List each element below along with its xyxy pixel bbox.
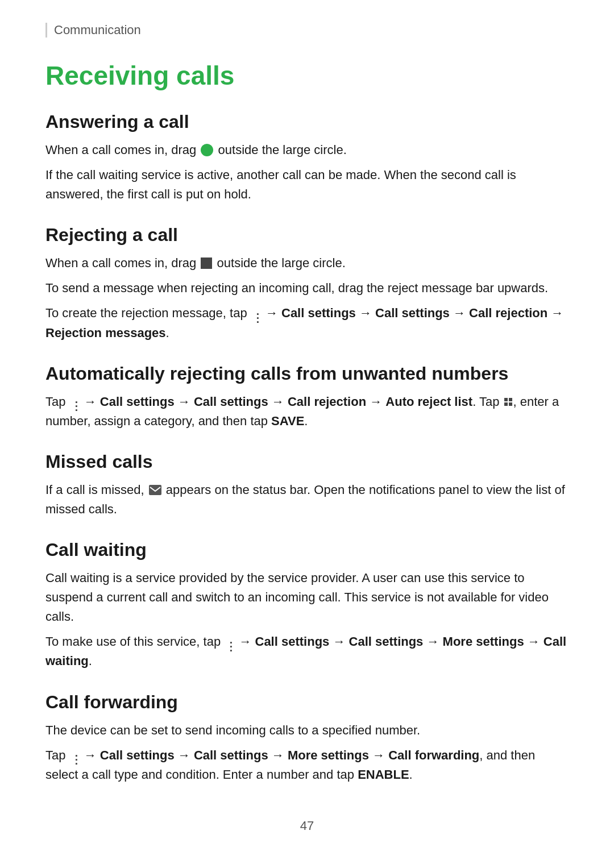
menu-dots-icon-2 [70, 396, 80, 408]
section-body-rejecting: When a call comes in, drag outside the l… [45, 254, 569, 342]
missed-call-icon [149, 485, 161, 495]
section-body-call-waiting: Call waiting is a service provided by th… [45, 568, 569, 671]
section-missed-calls: Missed calls If a call is missed, appear… [45, 451, 569, 519]
section-body-missed: If a call is missed, appears on the stat… [45, 480, 569, 519]
section-body-answering: When a call comes in, drag outside the l… [45, 140, 569, 204]
section-heading-rejecting: Rejecting a call [45, 225, 569, 246]
grid-icon [504, 398, 512, 406]
para-rejecting-2: To send a message when rejecting an inco… [45, 279, 569, 298]
page-number-bar: 47 [45, 819, 569, 833]
phone-green-icon [201, 144, 213, 156]
svg-rect-0 [149, 485, 161, 495]
square-dark-icon [201, 258, 212, 269]
page-title: Receiving calls [45, 60, 569, 91]
para-call-waiting-2: To make use of this service, tap → Call … [45, 632, 569, 671]
section-body-call-forwarding: The device can be set to send incoming c… [45, 721, 569, 784]
para-answering-2: If the call waiting service is active, a… [45, 165, 569, 204]
section-answering-a-call: Answering a call When a call comes in, d… [45, 111, 569, 204]
para-call-forwarding-1: The device can be set to send incoming c… [45, 721, 569, 740]
page-number: 47 [300, 819, 314, 833]
para-call-waiting-1: Call waiting is a service provided by th… [45, 568, 569, 626]
section-heading-missed: Missed calls [45, 451, 569, 472]
section-heading-call-waiting: Call waiting [45, 539, 569, 560]
para-rejecting-3: To create the rejection message, tap → C… [45, 304, 569, 342]
section-auto-reject: Automatically rejecting calls from unwan… [45, 363, 569, 431]
para-rejecting-1: When a call comes in, drag outside the l… [45, 254, 569, 273]
para-missed-1: If a call is missed, appears on the stat… [45, 480, 569, 519]
section-call-forwarding: Call forwarding The device can be set to… [45, 692, 569, 784]
breadcrumb-text: Communication [54, 23, 141, 37]
section-rejecting-a-call: Rejecting a call When a call comes in, d… [45, 225, 569, 342]
section-call-waiting: Call waiting Call waiting is a service p… [45, 539, 569, 671]
para-call-forwarding-2: Tap → Call settings → Call settings → Mo… [45, 746, 569, 784]
breadcrumb: Communication [45, 23, 569, 38]
menu-dots-icon-3 [225, 637, 234, 648]
section-heading-auto-reject: Automatically rejecting calls from unwan… [45, 363, 569, 384]
para-auto-reject-1: Tap → Call settings → Call settings → Ca… [45, 392, 569, 431]
menu-dots-icon [252, 308, 261, 319]
section-heading-call-forwarding: Call forwarding [45, 692, 569, 713]
para-answering-1: When a call comes in, drag outside the l… [45, 140, 569, 160]
section-body-auto-reject: Tap → Call settings → Call settings → Ca… [45, 392, 569, 431]
menu-dots-icon-4 [70, 750, 80, 761]
section-heading-answering: Answering a call [45, 111, 569, 132]
